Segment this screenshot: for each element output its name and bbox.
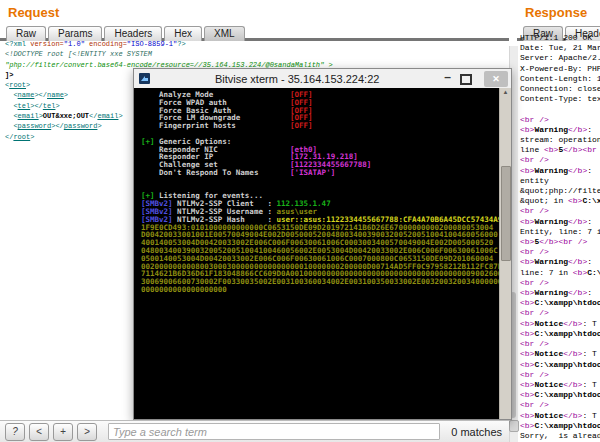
response-code-line: Server: Apache/2. bbox=[520, 53, 600, 63]
response-code-line: Connection: close bbox=[520, 84, 600, 94]
response-code-line: <b>Warning</b>: bbox=[520, 125, 600, 135]
response-code-line: <br /> bbox=[520, 400, 600, 410]
response-code-line: Entity, line: 7 i bbox=[520, 227, 600, 237]
terminal-console[interactable]: Analyze Mode [OFF] Force WPAD auth [OFF]… bbox=[134, 88, 511, 419]
response-code-line: Date: Tue, 21 Mar bbox=[520, 43, 600, 53]
response-code-line: <b>Notice</b>: T bbox=[520, 380, 600, 390]
maximize-icon[interactable] bbox=[460, 74, 472, 85]
response-code-line: <br /> bbox=[520, 247, 600, 257]
minimize-icon[interactable]: – bbox=[444, 70, 451, 84]
response-panel-title: Response bbox=[517, 0, 600, 23]
response-code-line: <b>Warning</b>: bbox=[520, 166, 600, 176]
response-code-line: <b>Warning</b>: bbox=[520, 257, 600, 267]
response-code-line: line <b>5</b><br bbox=[520, 145, 600, 155]
response-code-line: <b>Notice</b>: T bbox=[520, 319, 600, 329]
response-code-line: <b>C:\xampp\htdoc bbox=[520, 390, 600, 400]
response-code-line: Content-Type: tex bbox=[520, 94, 600, 104]
response-code-line: <b>C:\xampp\htdoc bbox=[520, 329, 600, 339]
search-bar: ? < + > 0 matches bbox=[0, 420, 509, 442]
terminal-line: Don't Respond To Names ['ISATAP'] bbox=[141, 169, 511, 177]
terminal-line: 0000000000000000000 bbox=[141, 286, 511, 294]
response-code-line: <br /> bbox=[520, 155, 600, 165]
response-code-line: stream: operation bbox=[520, 135, 600, 145]
response-code-line: <br /> bbox=[520, 115, 600, 125]
scroll-up-icon[interactable]: ▲ bbox=[500, 88, 511, 96]
response-panel: Response RawHeadersHex HTTP/1.1 200 OKDa… bbox=[517, 0, 600, 442]
response-code-line: <b>C:\xampp\htdoc bbox=[520, 360, 600, 370]
response-code-line: HTTP/1.1 200 OK bbox=[520, 33, 600, 43]
terminal-line bbox=[141, 177, 511, 185]
search-next-button[interactable]: > bbox=[77, 423, 97, 441]
terminal-titlebar[interactable]: Bitvise xterm - 35.164.153.224:22 – ✕ bbox=[134, 69, 511, 88]
response-code-line: line: 7 in <b>C:\ bbox=[520, 268, 600, 278]
close-icon[interactable]: ✕ bbox=[484, 71, 508, 87]
request-code-line: <!DOCTYPE root [<!ENTITY xxe SYSTEM bbox=[5, 49, 509, 59]
match-count: 0 matches bbox=[451, 426, 502, 438]
response-code-line: <b>Warning</b>: bbox=[520, 288, 600, 298]
response-code-line: Sorry, is alread bbox=[520, 431, 600, 441]
terminal-scrollbar-thumb[interactable] bbox=[501, 166, 511, 261]
response-code-line: &quot;php://filte bbox=[520, 186, 600, 196]
terminal-title: Bitvise xterm - 35.164.153.224:22 bbox=[150, 73, 444, 85]
response-code-line: entity bbox=[520, 176, 600, 186]
bitvise-xterm-window: Bitvise xterm - 35.164.153.224:22 – ✕ An… bbox=[133, 68, 512, 420]
search-input[interactable] bbox=[108, 423, 440, 440]
response-code-line: Content-Length: 1 bbox=[520, 74, 600, 84]
response-code-line: <br /> bbox=[520, 339, 600, 349]
response-code-line: <br /> bbox=[520, 370, 600, 380]
response-code-line: <b>C:\xampp\htdoc bbox=[520, 421, 600, 431]
response-viewer[interactable]: HTTP/1.1 200 OKDate: Tue, 21 MarServer: … bbox=[517, 31, 600, 442]
search-add-button[interactable]: + bbox=[53, 423, 73, 441]
response-scrollbar-button[interactable] bbox=[509, 420, 519, 432]
response-code-line: <br /> bbox=[520, 206, 600, 216]
response-code-line bbox=[520, 104, 600, 114]
response-code-line: &quot; in <b>C:\x bbox=[520, 196, 600, 206]
bitvise-icon bbox=[139, 73, 150, 84]
search-prev-button[interactable]: < bbox=[29, 423, 49, 441]
response-code-line: X-Powered-By: PHP bbox=[520, 64, 600, 74]
response-code-line: <br /> bbox=[520, 278, 600, 288]
terminal-line: Fingerprint hosts [OFF] bbox=[141, 122, 511, 130]
terminal-scrollbar[interactable]: ▲ bbox=[499, 88, 511, 419]
search-help-button[interactable]: ? bbox=[5, 423, 25, 441]
response-code-line: <b>Warning</b>: bbox=[520, 217, 600, 227]
response-code-line: <b>C:\xampp\htdoc bbox=[520, 298, 600, 308]
request-panel-title: Request bbox=[0, 0, 509, 23]
response-code-line: <b>Notice</b>: T bbox=[520, 411, 600, 421]
response-code-line: <b>Notice</b>: T bbox=[520, 349, 600, 359]
response-code-line: <b>5</b><br /> bbox=[520, 237, 600, 247]
request-code-line: <?xml version="1.0" encoding="ISO-8859-1… bbox=[5, 39, 509, 49]
response-code-line: <br /> bbox=[520, 308, 600, 318]
